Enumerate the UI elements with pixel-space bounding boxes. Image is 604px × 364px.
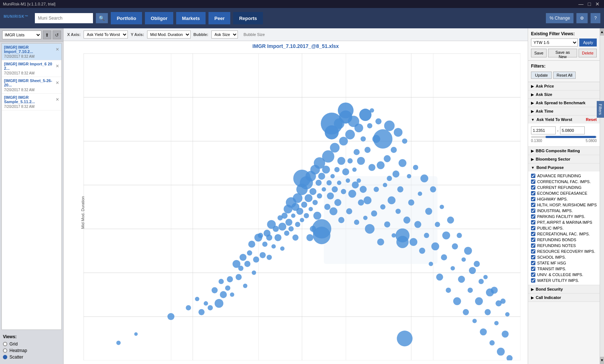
svg-point-122	[348, 158, 353, 163]
ytw-max-input[interactable]	[560, 126, 585, 134]
help-button[interactable]: ?	[591, 13, 600, 23]
bond-purpose-checkbox[interactable]	[531, 220, 535, 225]
bond-purpose-checkbox[interactable]	[531, 255, 535, 259]
filter-ask-time-header[interactable]: ▶ Ask Time	[528, 107, 600, 115]
svg-point-30	[167, 313, 174, 320]
filter-view-select[interactable]: YTW 1-5	[531, 39, 578, 46]
logo: MUNIRISK™	[4, 14, 28, 23]
nav-obligor-button[interactable]: Obligor	[145, 12, 173, 24]
filters-tab[interactable]: Filters	[597, 101, 604, 118]
file-close-icon[interactable]: ✕	[56, 47, 59, 52]
bond-purpose-checkbox[interactable]	[531, 174, 535, 178]
bond-purpose-checkbox[interactable]	[531, 232, 535, 236]
imgr-list-select[interactable]: IMGR Lists	[2, 31, 41, 39]
file-close-icon[interactable]: ✕	[56, 80, 59, 85]
bond-purpose-checkbox[interactable]	[531, 203, 535, 207]
apply-filter-button[interactable]: Apply	[579, 39, 597, 46]
filter-bond-purpose: ▼ Bond Purpose ADVANCE REFUNDINGCORRECTI…	[528, 163, 600, 285]
filter-update-row: Update Reset All	[528, 70, 600, 80]
nav-markets-button[interactable]: Markets	[176, 12, 206, 24]
update-filter-button[interactable]: Update	[531, 72, 552, 79]
filter-bond-purpose-header[interactable]: ▼ Bond Purpose	[528, 163, 600, 171]
svg-point-38	[219, 279, 224, 284]
svg-point-78	[296, 208, 303, 215]
bond-purpose-checkbox[interactable]	[531, 185, 535, 190]
file-item[interactable]: [IMGR] IMGR Sheet_5-26-20... ✕ 7/20/2017…	[2, 77, 61, 94]
bond-purpose-item: CURRENT REFUNDING	[531, 185, 597, 190]
percent-change-button[interactable]: % Change	[546, 13, 573, 23]
view-grid-radio[interactable]	[3, 342, 7, 346]
file-item[interactable]: [IMGR] IMGR Import_6 20 2... ✕ 7/20/2017…	[2, 60, 61, 77]
bond-purpose-checkbox[interactable]	[531, 197, 535, 201]
bond-purpose-item-label: HIGHWAY IMPS.	[537, 197, 568, 201]
file-item[interactable]: [IMGR] IMGR Import_7.10.2... ✕ 7/20/2017…	[2, 44, 61, 60]
filter-ask-ytw-label: Ask Yield To Worst	[536, 117, 572, 122]
view-scatter-option[interactable]: Scatter	[3, 355, 60, 360]
svg-point-166	[404, 217, 410, 223]
bond-purpose-checkbox[interactable]	[531, 267, 535, 271]
filter-ask-price-header[interactable]: ▶ Ask Price	[528, 82, 600, 90]
view-heatmap-option[interactable]: Heatmap	[3, 348, 60, 353]
search-input[interactable]	[35, 13, 93, 23]
settings-button[interactable]: ⚙	[576, 13, 588, 23]
maximize-btn[interactable]: □	[587, 1, 592, 7]
filter-ask-spread-header[interactable]: ▶ Ask Spread to Benchmark	[528, 99, 600, 107]
bond-purpose-checkbox[interactable]	[531, 209, 535, 213]
bond-purpose-checkbox[interactable]	[531, 261, 535, 265]
view-heatmap-radio[interactable]	[3, 348, 7, 353]
save-new-button[interactable]: Save as New	[548, 49, 577, 57]
bond-purpose-checkbox[interactable]	[531, 214, 535, 219]
svg-point-131	[357, 157, 365, 165]
close-btn[interactable]: ✕	[594, 1, 601, 7]
svg-point-34	[204, 301, 208, 306]
filter-ask-size-header[interactable]: ▶ Ask Size	[528, 90, 600, 98]
svg-point-155	[387, 176, 392, 181]
search-button[interactable]: 🔍	[96, 13, 108, 23]
svg-point-188	[452, 243, 458, 250]
bond-purpose-checkbox[interactable]	[531, 278, 535, 283]
svg-point-216	[312, 219, 331, 238]
refresh-button[interactable]: ↺	[53, 31, 61, 39]
svg-point-197	[473, 319, 477, 323]
bubble-select[interactable]: Ask Size	[211, 31, 238, 39]
nav-peer-button[interactable]: Peer	[208, 12, 230, 24]
file-close-icon[interactable]: ✕	[56, 64, 59, 69]
delete-button[interactable]: Delete	[579, 49, 597, 57]
svg-point-206	[491, 287, 498, 294]
filter-bond-security-header[interactable]: ▶ Bond Security	[528, 285, 600, 293]
filter-ask-ytw-header[interactable]: ▼ Ask Yield To Worst Reset	[528, 116, 600, 124]
filter-bloomberg-sector-header[interactable]: ▶ Bloomberg Sector	[528, 155, 600, 163]
filter-bbg-rating-header[interactable]: ▶ BBG Composite Rating	[528, 147, 600, 155]
svg-point-36	[211, 287, 218, 293]
y-axis-select[interactable]: Mid Mod. Duration	[147, 31, 191, 39]
bond-purpose-checkbox[interactable]	[531, 191, 535, 195]
ytw-min-input[interactable]	[531, 126, 556, 134]
bond-purpose-checkbox[interactable]	[531, 226, 535, 230]
svg-point-48	[244, 261, 251, 267]
titlebar-controls[interactable]: — □ ✕	[577, 1, 601, 7]
svg-point-178	[430, 186, 436, 193]
svg-point-113	[337, 157, 345, 165]
minimize-btn[interactable]: —	[577, 1, 585, 7]
bond-purpose-checkbox[interactable]	[531, 243, 535, 248]
filter-call-indicator-header[interactable]: ▶ Call Indicator	[528, 294, 600, 302]
reset-all-button[interactable]: Reset All	[553, 72, 575, 79]
nav-reports-button[interactable]: Reports	[233, 12, 263, 24]
bond-purpose-item: RESOURCE RECOVERY IMPS.	[531, 248, 597, 254]
svg-point-150	[380, 204, 385, 209]
file-item[interactable]: [IMGR] IMGR Sample_5.11.2... ✕ 7/20/2017…	[2, 94, 61, 110]
bond-purpose-checkbox[interactable]	[531, 179, 535, 184]
view-scatter-radio[interactable]	[3, 355, 7, 359]
upload-button[interactable]: ⬆	[43, 31, 51, 39]
view-grid-option[interactable]: Grid	[3, 341, 60, 347]
save-button[interactable]: Save	[531, 49, 547, 57]
bond-purpose-checkbox[interactable]	[531, 272, 535, 277]
bond-purpose-checkbox[interactable]	[531, 249, 535, 254]
file-close-icon[interactable]: ✕	[56, 97, 59, 102]
svg-point-217	[396, 228, 409, 243]
ytw-slider-container[interactable]: 0.1300 5.0800	[531, 136, 597, 143]
nav-portfolio-button[interactable]: Portfolio	[111, 12, 142, 24]
x-axis-select[interactable]: Ask Yield To Worst	[84, 31, 128, 39]
bond-purpose-checkbox[interactable]	[531, 238, 535, 242]
reset-ytw-link[interactable]: Reset	[586, 117, 597, 122]
